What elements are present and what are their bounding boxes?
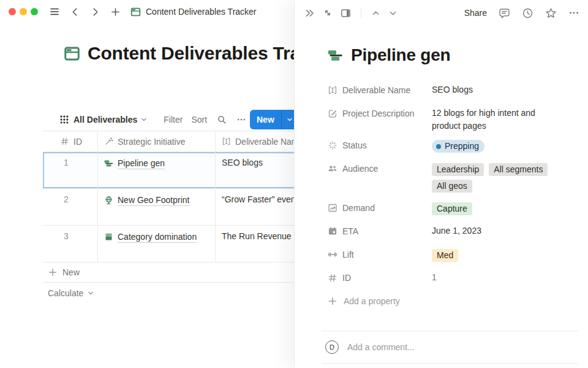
property-row-project-description: Project Description12 blogs for high int… <box>328 103 572 132</box>
property-value-project-description[interactable]: 12 blogs for high intent and product pag… <box>432 103 562 132</box>
gantt-chart-icon <box>328 48 343 63</box>
property-value-audience[interactable]: LeadershipAll segmentsAll geos <box>432 158 572 195</box>
column-header-id[interactable]: ID <box>43 131 98 151</box>
close-peek-icon[interactable] <box>304 8 315 18</box>
property-row-deliverable-name: Deliverable NameSEO blogs <box>328 80 572 101</box>
property-text-value: June 1, 2023 <box>432 226 481 236</box>
chart-icon <box>328 203 337 213</box>
view-name[interactable]: All Deliverables <box>74 115 137 125</box>
forward-icon[interactable] <box>90 7 100 17</box>
page-link[interactable]: New Geo Footprint <box>118 195 190 206</box>
more-options-icon[interactable] <box>568 7 579 18</box>
panel-topbar: Share <box>295 0 588 26</box>
bottom-divider <box>322 363 578 364</box>
filter-button[interactable]: Filter <box>164 115 183 125</box>
property-value-lift[interactable]: Med <box>432 244 463 264</box>
property-value-id[interactable]: 1 <box>432 267 437 284</box>
property-row-demand: DemandCapture <box>328 197 572 218</box>
topbar-divider <box>361 8 361 18</box>
select-tag[interactable]: Capture <box>432 202 472 215</box>
traffic-lights <box>9 8 38 15</box>
add-property-button[interactable]: Add a property <box>328 291 572 312</box>
property-value-deliverable-name[interactable]: SEO blogs <box>432 80 473 96</box>
sidebar-menu-icon[interactable] <box>49 6 60 17</box>
property-name: ETA <box>342 226 358 236</box>
property-row-eta: ETAJune 1, 2023 <box>328 221 572 242</box>
view-chevron-down-icon[interactable] <box>140 116 148 123</box>
database-table-icon <box>64 45 80 62</box>
property-name: Project Description <box>342 109 415 118</box>
plus-icon <box>328 296 337 306</box>
multi-select-tag[interactable]: All geos <box>432 180 472 193</box>
zoom-window-button[interactable] <box>31 8 38 15</box>
property-value-demand[interactable]: Capture <box>432 197 477 218</box>
row-id-cell[interactable]: 1 <box>43 152 98 188</box>
property-label-project-description[interactable]: Project Description <box>328 103 432 124</box>
more-options-icon[interactable] <box>236 115 246 125</box>
edit-icon <box>328 109 337 118</box>
property-label-deliverable-name[interactable]: Deliverable Name <box>328 80 432 101</box>
property-label-demand[interactable]: Demand <box>328 197 432 218</box>
row-id-cell[interactable]: 2 <box>43 189 98 225</box>
property-text-value: SEO blogs <box>432 85 473 94</box>
previous-record-icon[interactable] <box>371 9 380 18</box>
calendar-icon <box>328 226 337 236</box>
comment-placeholder: Add a comment... <box>347 342 415 352</box>
page-link[interactable]: Pipeline gen <box>118 158 165 169</box>
multi-select-tag[interactable]: Leadership <box>432 163 484 176</box>
multi-select-tag[interactable]: All segments <box>489 163 548 176</box>
new-tab-icon[interactable] <box>110 7 121 17</box>
property-value-eta[interactable]: June 1, 2023 <box>432 221 481 237</box>
new-button-label: New <box>250 110 281 129</box>
row-initiative-cell[interactable]: New Geo Footprint <box>98 189 216 225</box>
property-name: ID <box>342 273 351 283</box>
updates-clock-icon[interactable] <box>522 7 533 19</box>
row-initiative-cell[interactable]: Category domination <box>98 226 216 262</box>
property-text-value: 1 <box>432 272 437 282</box>
page-link[interactable]: Category domination <box>118 232 197 243</box>
property-value-status[interactable]: Prepping <box>432 135 489 155</box>
new-row-label: New <box>62 267 80 277</box>
chevron-down-icon <box>87 289 94 297</box>
property-text-value: 12 blogs for high intent and product pag… <box>432 108 535 131</box>
property-name: Demand <box>342 203 375 213</box>
row-initiative-cell[interactable]: Pipeline gen <box>98 152 216 188</box>
back-icon[interactable] <box>70 7 80 17</box>
text-property-icon <box>222 137 231 146</box>
calculate-label: Calculate <box>48 288 83 298</box>
minimize-window-button[interactable] <box>20 8 27 15</box>
text-property-icon <box>328 85 337 95</box>
column-header-strategic-initiative[interactable]: Strategic Initiative <box>98 131 216 151</box>
sort-button[interactable]: Sort <box>191 115 207 125</box>
property-name: Lift <box>342 250 354 259</box>
record-page-title[interactable]: Pipeline gen <box>328 45 451 65</box>
status-icon <box>328 140 337 150</box>
comment-divider <box>322 331 578 331</box>
property-row-lift: LiftMed <box>328 244 572 265</box>
property-label-audience[interactable]: Audience <box>328 158 432 179</box>
property-label-eta[interactable]: ETA <box>328 221 432 242</box>
share-button[interactable]: Share <box>464 8 487 18</box>
status-dot <box>436 144 441 149</box>
side-peek-mode-icon[interactable] <box>341 8 351 18</box>
property-list: Deliverable NameSEO blogsProject Descrip… <box>328 80 572 312</box>
status-pill[interactable]: Prepping <box>432 140 484 153</box>
comments-icon[interactable] <box>499 7 510 19</box>
search-icon[interactable] <box>217 115 227 125</box>
next-record-icon[interactable] <box>388 9 398 18</box>
select-tag[interactable]: Med <box>432 249 458 262</box>
close-window-button[interactable] <box>9 8 16 15</box>
record-title-text: Pipeline gen <box>351 45 451 65</box>
plus-icon <box>48 267 58 277</box>
comment-input[interactable]: D Add a comment... <box>325 340 576 354</box>
row-id-cell[interactable]: 3 <box>43 226 98 262</box>
property-label-lift[interactable]: Lift <box>328 244 432 265</box>
favorite-star-icon[interactable] <box>545 7 557 19</box>
new-record-button[interactable]: New <box>250 110 298 129</box>
expand-page-icon[interactable] <box>323 8 333 18</box>
property-label-status[interactable]: Status <box>328 135 432 156</box>
hash-icon <box>60 137 69 146</box>
property-label-id[interactable]: ID <box>328 267 432 288</box>
dumbbell-icon <box>328 250 337 259</box>
panel-topbar-right: Share <box>464 7 579 19</box>
